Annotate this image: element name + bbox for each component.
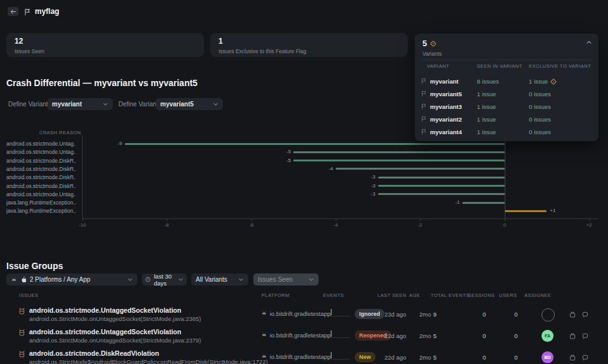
variants-label: Variants xyxy=(422,51,442,57)
chart-zero-line xyxy=(505,139,505,218)
variant-a-select[interactable]: myvariant xyxy=(48,98,113,110)
chart-bar[interactable] xyxy=(125,143,505,145)
chart-bar[interactable] xyxy=(378,185,505,187)
date-range-select[interactable]: last 30 days xyxy=(142,273,187,286)
comment-icon[interactable] xyxy=(581,354,589,361)
variant-row: myvariant21 issue0 issues xyxy=(415,113,598,125)
variant-name: myvariant5 xyxy=(430,91,462,97)
metric-filter-select[interactable]: Issues Seen xyxy=(253,273,319,286)
issues-seen-card[interactable]: 12 Issues Seen xyxy=(6,33,204,57)
flag-icon xyxy=(421,129,427,135)
archive-icon[interactable] xyxy=(569,311,576,318)
events-sparkline xyxy=(328,352,351,360)
variant-name: myvariant2 xyxy=(430,116,462,123)
chart-bar[interactable] xyxy=(293,151,504,153)
issue-subtitle: android.os.StrictMode.onUntaggedSocket(S… xyxy=(29,315,201,322)
chart-bar-value: -4 xyxy=(314,166,333,172)
chevron-down-icon xyxy=(178,277,184,282)
chart-bar[interactable] xyxy=(378,193,505,195)
chart-bar[interactable] xyxy=(293,160,504,161)
exclusive-to-variant-link[interactable]: 0 issues xyxy=(529,129,551,135)
last-seen-value: 22d ago xyxy=(384,332,406,339)
variant-row: myvariant31 issue0 issues xyxy=(415,100,598,113)
issue-groups-title: Issue Groups xyxy=(6,261,63,271)
chart-tick-label: -8 xyxy=(159,222,174,228)
comment-icon[interactable] xyxy=(581,332,589,340)
status-badge[interactable]: New xyxy=(355,352,376,362)
col-total-events: TOTAL EVENTS xyxy=(431,292,469,298)
chart-tick-label: 0 xyxy=(497,222,512,228)
total-events-value: 9 xyxy=(433,311,436,318)
chart-bar[interactable] xyxy=(336,168,505,170)
exclusive-to-variant-link[interactable]: 0 issues xyxy=(529,116,551,123)
seen-in-variant-link[interactable]: 1 issue xyxy=(477,103,496,110)
status-badge[interactable]: Ignored xyxy=(355,309,384,319)
feature-flag-dashboard: myflag 12 Issues Seen 1 Issues Exclusive… xyxy=(0,0,608,364)
variant-b-value: myvariant5 xyxy=(160,101,210,108)
chart-bar-value: -9 xyxy=(103,141,122,146)
last-seen-value: 22d ago xyxy=(384,354,406,361)
chart-bar-value: -3 xyxy=(357,183,376,189)
archive-icon[interactable] xyxy=(569,354,576,361)
seen-in-variant-link[interactable]: 8 issues xyxy=(477,78,499,85)
chart-bar-value: -3 xyxy=(357,174,376,180)
issue-row[interactable]: android.os.strictmode.UntaggedSocketViol… xyxy=(0,304,608,326)
variants-panel: 5 Variants VARIANT SEEN IN VARIANT EXCLU… xyxy=(415,34,598,141)
chart-category-label: android.os.strictmode.Untag... xyxy=(6,191,76,198)
users-value: 0 xyxy=(514,311,517,318)
android-icon xyxy=(261,310,267,317)
chart-category-label: android.os.strictmode.DiskR... xyxy=(6,183,76,189)
diamond-icon xyxy=(430,41,436,47)
chart-tick-label: -10 xyxy=(75,222,90,228)
divider xyxy=(421,60,592,60)
last-seen-value: 23d ago xyxy=(384,311,406,318)
platform-value: io.bitdrift.gradletestapp xyxy=(270,353,331,360)
assignee-avatar[interactable]: BD xyxy=(542,351,554,363)
events-sparkline xyxy=(328,330,351,339)
clock-icon xyxy=(145,277,151,282)
variant-name: myvariant3 xyxy=(430,103,462,110)
variant-row: myvariant51 issue0 issues xyxy=(415,87,598,100)
chevron-up-icon[interactable] xyxy=(586,39,592,46)
chart-bar[interactable] xyxy=(462,202,505,204)
seen-in-variant-link[interactable]: 1 issue xyxy=(477,116,496,123)
chart-category-label: android.os.strictmode.DiskR... xyxy=(6,158,76,164)
issue-title-link[interactable]: android.os.strictmode.UntaggedSocketViol… xyxy=(29,306,181,314)
flag-icon xyxy=(421,116,427,122)
exclusive-to-variant-link[interactable]: 0 issues xyxy=(529,91,551,97)
platform-filter-select[interactable]: 2 Platforms / Any App xyxy=(6,273,137,286)
variants-col-seen: SEEN IN VARIANT xyxy=(477,63,522,69)
issues-exclusive-card[interactable]: 1 Issues Exclusive to this Feature Flag xyxy=(210,33,408,57)
col-last-seen: LAST SEEN xyxy=(377,292,407,298)
assignee-avatar[interactable]: FA xyxy=(542,330,554,342)
comment-icon[interactable] xyxy=(581,311,589,318)
chart-bar-value: -5 xyxy=(272,149,291,154)
seen-in-variant-link[interactable]: 1 issue xyxy=(477,91,496,97)
variants-col-variant: VARIANT xyxy=(427,63,449,69)
assignee-avatar[interactable] xyxy=(542,308,555,322)
variant-b-select[interactable]: myvariant5 xyxy=(156,98,223,110)
variants-filter-select[interactable]: All Variants xyxy=(191,273,248,286)
events-sparkline xyxy=(328,309,351,317)
sessions-value: 0 xyxy=(483,311,486,318)
issue-title-link[interactable]: android.os.strictmode.DiskReadViolation xyxy=(29,349,159,357)
issue-row[interactable]: android.os.strictmode.DiskReadViolationa… xyxy=(0,348,608,364)
issue-row[interactable]: android.os.strictmode.UntaggedSocketViol… xyxy=(0,326,608,348)
exclusive-to-variant-link[interactable]: 0 issues xyxy=(529,103,551,110)
chart-category-label: android.os.strictmode.Untag... xyxy=(6,141,76,147)
total-events-value: 5 xyxy=(433,354,436,361)
exclusive-to-variant-link[interactable]: 1 issue xyxy=(529,78,548,85)
chart-category-label: android.os.strictmode.Untag... xyxy=(6,149,76,155)
chart-bar[interactable] xyxy=(505,210,547,212)
issue-title-link[interactable]: android.os.strictmode.UntaggedSocketViol… xyxy=(29,328,181,336)
chart-bar[interactable] xyxy=(378,177,505,179)
flag-icon xyxy=(421,91,427,97)
flag-icon xyxy=(23,8,31,16)
back-button[interactable] xyxy=(8,7,18,16)
crash-icon xyxy=(18,329,26,337)
seen-in-variant-link[interactable]: 1 issue xyxy=(477,129,496,135)
chart-bar-value: -1 xyxy=(441,199,460,205)
variants-count: 5 xyxy=(422,39,427,48)
variants-filter-value: All Variants xyxy=(196,276,235,283)
archive-icon[interactable] xyxy=(569,332,576,340)
